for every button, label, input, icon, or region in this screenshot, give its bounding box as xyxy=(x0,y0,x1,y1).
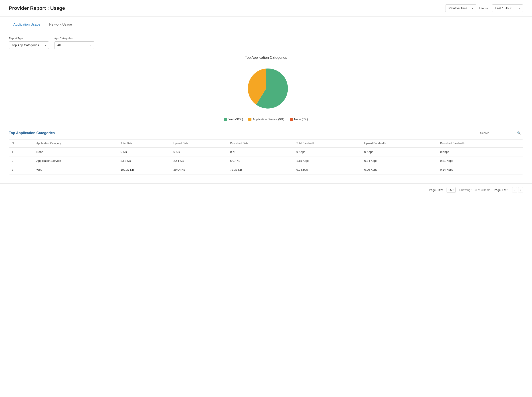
chevron-down-icon: ▾ xyxy=(472,7,473,10)
app-categories-value: All xyxy=(57,43,61,47)
chevron-down-icon-4: ▾ xyxy=(90,44,92,47)
legend-label-web: Web (91%) xyxy=(229,118,243,121)
table-title: Top Application Categories xyxy=(9,131,55,135)
legend-color-app-service xyxy=(248,118,251,121)
col-no: No xyxy=(9,140,34,147)
cell-download-bw: 0 Kbps xyxy=(437,147,523,156)
col-upload-data: Upload Data xyxy=(171,140,228,147)
search-box[interactable]: 🔍 xyxy=(478,130,523,136)
interval-label: Interval: xyxy=(479,7,489,10)
cell-total-data: 0 KB xyxy=(118,147,171,156)
legend-color-none xyxy=(290,118,293,121)
cell-no: 1 xyxy=(9,147,34,156)
page-size-label: Page Size: xyxy=(429,188,443,192)
report-type-value: Top App Categories xyxy=(12,43,39,47)
col-download-bw: Download Bandwidth xyxy=(437,140,523,147)
cell-total-bw: 0.2 Kbps xyxy=(294,165,362,174)
table-row: 1 None 0 KB 0 KB 0 KB 0 Kbps 0 Kbps 0 Kb… xyxy=(9,147,523,156)
legend-label-app-service: Application Service (9%) xyxy=(253,118,284,121)
table-body: 1 None 0 KB 0 KB 0 KB 0 Kbps 0 Kbps 0 Kb… xyxy=(9,147,523,174)
app-categories-dropdown[interactable]: All ▾ xyxy=(54,41,94,49)
cell-total-data: 102.37 KB xyxy=(118,165,171,174)
cell-download-data: 6.07 KB xyxy=(227,156,294,165)
tab-bar: Application Usage Network Usage xyxy=(0,19,532,30)
col-total-data: Total Data xyxy=(118,140,171,147)
filter-row: Report Type Top App Categories ▾ App Cat… xyxy=(9,37,523,49)
relative-time-dropdown[interactable]: Relative Time ▾ xyxy=(445,5,476,12)
table-header-row: Top Application Categories 🔍 xyxy=(9,130,523,136)
cell-total-bw: 0 Kbps xyxy=(294,147,362,156)
cell-upload-data: 0 KB xyxy=(171,147,228,156)
cell-no: 2 xyxy=(9,156,34,165)
cell-upload-bw: 0.34 Kbps xyxy=(362,156,437,165)
data-table: No Application Category Total Data Uploa… xyxy=(9,140,523,174)
chevron-down-icon-2: ▾ xyxy=(519,7,520,10)
cell-upload-bw: 0.06 Kbps xyxy=(362,165,437,174)
table-row: 2 Application Service 8.62 KB 2.54 KB 6.… xyxy=(9,156,523,165)
legend-color-web xyxy=(224,118,227,121)
table-section: Top Application Categories 🔍 No Applicat… xyxy=(9,130,523,174)
cell-upload-bw: 0 Kbps xyxy=(362,147,437,156)
col-total-bw: Total Bandwidth xyxy=(294,140,362,147)
report-type-filter: Report Type Top App Categories ▾ xyxy=(9,37,49,49)
legend-item-none: None (0%) xyxy=(290,118,308,121)
page-info: Page 1 of 1 xyxy=(494,188,509,192)
chevron-down-icon-3: ▾ xyxy=(45,44,46,47)
pie-chart xyxy=(244,66,288,111)
cell-download-data: 0 KB xyxy=(227,147,294,156)
page-header: Provider Report : Usage Relative Time ▾ … xyxy=(0,0,532,17)
cell-total-data: 8.62 KB xyxy=(118,156,171,165)
col-download-data: Download Data xyxy=(227,140,294,147)
report-type-dropdown[interactable]: Top App Categories ▾ xyxy=(9,41,49,49)
cell-category: Web xyxy=(34,165,118,174)
legend-item-app-service: Application Service (9%) xyxy=(248,118,284,121)
app-categories-label: App Categories xyxy=(54,37,94,40)
cell-category: None xyxy=(34,147,118,156)
cell-category: Application Service xyxy=(34,156,118,165)
chart-section: Top Application Categories xyxy=(9,56,523,121)
next-page-button[interactable]: › xyxy=(518,187,523,193)
chevron-down-icon-5: ▾ xyxy=(452,189,454,191)
page-nav: ‹ › xyxy=(512,187,523,193)
cell-no: 3 xyxy=(9,165,34,174)
cell-download-data: 73.33 KB xyxy=(227,165,294,174)
chart-title: Top Application Categories xyxy=(245,56,287,60)
tab-application-usage[interactable]: Application Usage xyxy=(9,19,45,30)
interval-dropdown[interactable]: Last 1 Hour ▾ xyxy=(492,5,523,12)
table-header: No Application Category Total Data Uploa… xyxy=(9,140,523,147)
main-content: Report Type Top App Categories ▾ App Cat… xyxy=(0,30,532,181)
col-category: Application Category xyxy=(34,140,118,147)
interval-value: Last 1 Hour xyxy=(495,6,511,10)
showing-text: Showing 1 - 3 of 3 items xyxy=(459,188,490,192)
tab-network-usage[interactable]: Network Usage xyxy=(45,19,77,30)
cell-total-bw: 1.15 Kbps xyxy=(294,156,362,165)
app-categories-filter: App Categories All ▾ xyxy=(54,37,94,49)
legend-item-web: Web (91%) xyxy=(224,118,243,121)
cell-download-bw: 0.14 Kbps xyxy=(437,165,523,174)
legend-label-none: None (0%) xyxy=(294,118,308,121)
cell-upload-data: 2.54 KB xyxy=(171,156,228,165)
cell-download-bw: 0.81 Kbps xyxy=(437,156,523,165)
relative-time-label: Relative Time xyxy=(449,6,467,10)
cell-upload-data: 29.04 KB xyxy=(171,165,228,174)
col-upload-bw: Upload Bandwidth xyxy=(362,140,437,147)
page-size-dropdown[interactable]: 25 ▾ xyxy=(446,187,456,193)
prev-page-button[interactable]: ‹ xyxy=(512,187,517,193)
table-row: 3 Web 102.37 KB 29.04 KB 73.33 KB 0.2 Kb… xyxy=(9,165,523,174)
chart-legend: Web (91%) Application Service (9%) None … xyxy=(224,118,308,121)
page-title: Provider Report : Usage xyxy=(9,5,65,11)
header-controls: Relative Time ▾ Interval: Last 1 Hour ▾ xyxy=(445,5,523,12)
page-size-value: 25 xyxy=(449,188,452,192)
search-input[interactable] xyxy=(480,131,516,135)
search-icon: 🔍 xyxy=(517,131,521,135)
pagination-bar: Page Size: 25 ▾ Showing 1 - 3 of 3 items… xyxy=(0,183,532,196)
report-type-label: Report Type xyxy=(9,37,49,40)
